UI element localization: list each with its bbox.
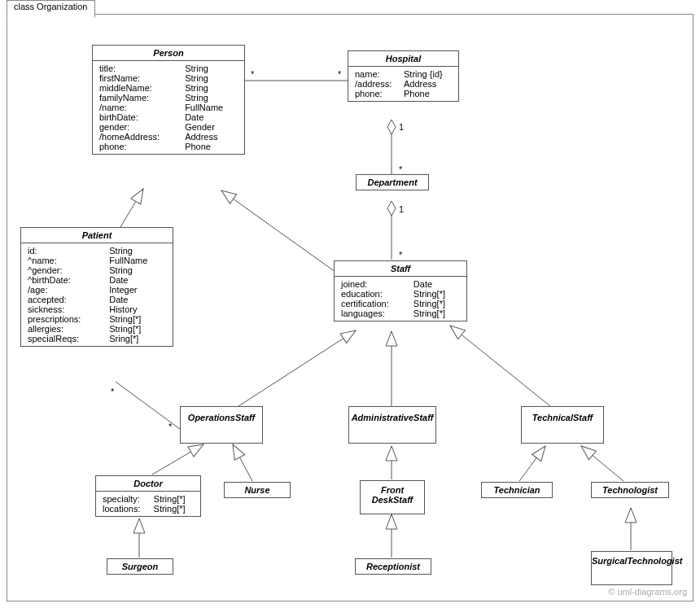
class-operations-staff: OperationsStaff <box>180 406 263 444</box>
watermark: © uml-diagrams.org <box>608 587 687 597</box>
class-receptionist: Receptionist <box>355 558 431 575</box>
class-surgical-technologist: SurgicalTechnologist <box>591 551 672 585</box>
class-front-desk-staff: Front DeskStaff <box>360 480 425 514</box>
frame-label: class Organization <box>7 0 95 18</box>
class-technologist: Technologist <box>591 482 669 498</box>
class-administrative-staff: AdministrativeStaff <box>348 406 436 444</box>
class-technician: Technician <box>481 482 553 498</box>
class-patient: Patient id:String^name:FullName^gender:S… <box>20 227 173 347</box>
class-hospital: Hospital name:String {id}/address:Addres… <box>348 50 459 102</box>
class-department: Department <box>356 174 429 190</box>
class-surgeon: Surgeon <box>107 558 173 575</box>
class-technical-staff: TechnicalStaff <box>521 406 604 444</box>
class-staff: Staff joined:Dateeducation:String[*]cert… <box>334 260 467 321</box>
class-doctor: Doctor specialty:String[*]locations:Stri… <box>95 475 201 517</box>
class-nurse: Nurse <box>224 482 291 498</box>
class-person: Person title:StringfirstName:Stringmiddl… <box>92 45 245 155</box>
